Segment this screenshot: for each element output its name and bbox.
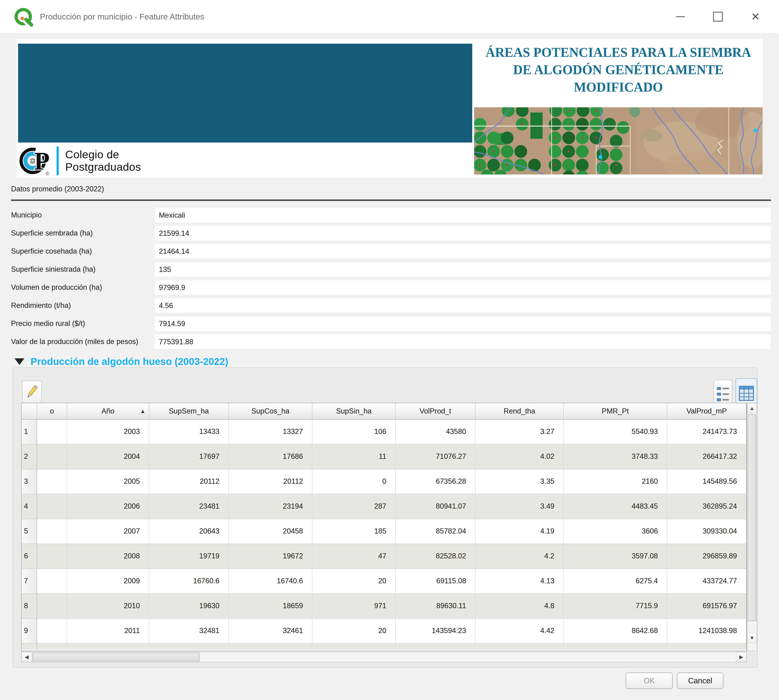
- table-cell[interactable]: 362895.24: [667, 494, 746, 519]
- table-cell[interactable]: 433724.77: [667, 569, 746, 594]
- row-number[interactable]: 3: [22, 469, 37, 494]
- table-cell[interactable]: 7715.9: [564, 594, 667, 619]
- scroll-down-icon[interactable]: ▼: [747, 633, 757, 643]
- collapsible-group-label[interactable]: Producción de algodón hueso (2003-2022): [30, 356, 228, 367]
- table-cell[interactable]: 20112: [149, 469, 229, 494]
- maximize-button[interactable]: [702, 0, 734, 33]
- field-value-input[interactable]: Mexicali: [155, 208, 771, 223]
- column-header-o[interactable]: o: [37, 403, 67, 420]
- table-cell[interactable]: 32481: [149, 619, 229, 643]
- row-number[interactable]: 4: [22, 494, 37, 519]
- table-cell[interactable]: [37, 569, 67, 594]
- table-row[interactable]: 320052011220112067356.283.352160145489.5…: [22, 469, 746, 494]
- table-cell[interactable]: 2004: [67, 445, 149, 469]
- field-value-input[interactable]: 21599.14: [155, 226, 771, 241]
- field-value-input[interactable]: 21464.14: [155, 244, 771, 259]
- table-cell[interactable]: 20: [312, 619, 396, 643]
- table-cell[interactable]: 19719: [149, 544, 229, 569]
- table-cell[interactable]: 4483.45: [564, 494, 667, 519]
- table-cell[interactable]: 19672: [229, 544, 312, 569]
- table-cell[interactable]: 13433: [149, 420, 229, 445]
- table-cell[interactable]: 4.19: [476, 519, 564, 544]
- column-header-supsem_ha[interactable]: SupSem_ha: [149, 403, 229, 420]
- table-cell[interactable]: 143594.23: [396, 619, 476, 643]
- table-cell[interactable]: 71076.27: [396, 445, 476, 469]
- table-row[interactable]: 6200819719196724782528.024.23597.0829685…: [22, 544, 746, 569]
- scroll-right-icon[interactable]: ▶: [736, 652, 746, 662]
- table-cell[interactable]: 2010: [67, 594, 149, 619]
- table-cell[interactable]: 3.35: [476, 469, 564, 494]
- table-row[interactable]: 42006234812319428780941.073.494483.45362…: [22, 494, 746, 519]
- column-header-valprod_mp[interactable]: ValProd_mP: [667, 403, 746, 420]
- table-cell[interactable]: 0: [312, 469, 396, 494]
- horizontal-scrollbar[interactable]: ◀ ▶: [21, 652, 747, 662]
- table-cell[interactable]: 17697: [149, 445, 229, 469]
- table-row[interactable]: 92011324813246120143594.234.428642.68124…: [22, 619, 746, 643]
- table-cell[interactable]: 3606: [564, 519, 667, 544]
- table-row[interactable]: 120031343313327106435803.275540.93241473…: [22, 420, 746, 445]
- minimize-button[interactable]: [664, 0, 697, 33]
- ok-button[interactable]: OK: [626, 673, 672, 689]
- table-cell[interactable]: 13327: [229, 420, 312, 445]
- toggle-editing-button[interactable]: [22, 381, 42, 403]
- table-row[interactable]: 2200417697176861171076.274.023748.332664…: [22, 445, 746, 469]
- table-cell[interactable]: 19630: [149, 594, 229, 619]
- table-cell[interactable]: 1241038.98: [667, 619, 746, 643]
- table-cell[interactable]: 16740.6: [229, 569, 312, 594]
- table-cell[interactable]: 4.42: [476, 619, 564, 643]
- table-cell[interactable]: [37, 445, 67, 469]
- table-cell[interactable]: 3748.33: [564, 445, 667, 469]
- table-cell[interactable]: 2007: [67, 519, 149, 544]
- table-cell[interactable]: 4.2: [476, 544, 564, 569]
- table-cell[interactable]: 67356.28: [396, 469, 476, 494]
- table-row[interactable]: 52007206432045818585782.044.193606309330…: [22, 519, 746, 544]
- row-number[interactable]: 1: [22, 420, 37, 445]
- table-cell[interactable]: 971: [312, 594, 396, 619]
- table-cell[interactable]: 69115.08: [396, 569, 476, 594]
- column-header-supsin_ha[interactable]: SupSin_ha: [312, 403, 396, 420]
- table-cell[interactable]: 145489.56: [667, 469, 746, 494]
- table-cell[interactable]: 23194: [229, 494, 312, 519]
- column-header-año[interactable]: Año▲: [67, 403, 149, 420]
- column-header-pmr_pt[interactable]: PMR_Pt: [564, 403, 667, 420]
- table-row[interactable]: 7200916760.616740.62069115.084.136275.44…: [22, 569, 746, 594]
- table-cell[interactable]: [37, 494, 67, 519]
- column-header-blank[interactable]: [22, 403, 37, 420]
- vertical-scrollbar[interactable]: ▲ ▼: [747, 403, 757, 651]
- scroll-up-icon[interactable]: ▲: [747, 403, 757, 413]
- row-number[interactable]: 9: [22, 619, 37, 643]
- table-cell[interactable]: 241473.73: [667, 420, 746, 445]
- table-cell[interactable]: 185: [312, 519, 396, 544]
- table-cell[interactable]: 82528.02: [396, 544, 476, 569]
- table-cell[interactable]: 18659: [229, 594, 312, 619]
- horizontal-scroll-thumb[interactable]: [32, 653, 200, 662]
- row-number[interactable]: 2: [22, 445, 37, 469]
- column-header-supcos_ha[interactable]: SupCos_ha: [229, 403, 312, 420]
- table-cell[interactable]: 3.27: [476, 420, 564, 445]
- table-cell[interactable]: 8642.68: [564, 619, 667, 643]
- table-cell[interactable]: 266417.32: [667, 445, 746, 469]
- table-cell[interactable]: 309330.04: [667, 519, 746, 544]
- table-cell[interactable]: 2005: [67, 469, 149, 494]
- table-cell[interactable]: 2009: [67, 569, 149, 594]
- row-number[interactable]: 5: [22, 519, 37, 544]
- collapsible-group-header[interactable]: Producción de algodón hueso (2003-2022): [0, 355, 228, 368]
- table-cell[interactable]: 287: [312, 494, 396, 519]
- table-row[interactable]: 82010196301865997189630.114.87715.969157…: [22, 594, 746, 619]
- row-number[interactable]: 6: [22, 544, 37, 569]
- field-value-input[interactable]: 4.56: [155, 298, 771, 313]
- table-cell[interactable]: 47: [312, 544, 396, 569]
- table-cell[interactable]: 5540.93: [564, 420, 667, 445]
- close-button[interactable]: ✕: [739, 0, 772, 33]
- table-cell[interactable]: 2003: [67, 420, 149, 445]
- column-header-rend_tha[interactable]: Rend_tha: [476, 403, 564, 420]
- field-value-input[interactable]: 135: [155, 262, 771, 277]
- table-cell[interactable]: 2160: [564, 469, 667, 494]
- column-header-volprod_t[interactable]: VolProd_t: [396, 403, 476, 420]
- table-cell[interactable]: 4.02: [476, 445, 564, 469]
- table-cell[interactable]: [37, 469, 67, 494]
- table-cell[interactable]: 16760.6: [149, 569, 229, 594]
- table-cell[interactable]: 6275.4: [564, 569, 667, 594]
- table-cell[interactable]: [37, 420, 67, 445]
- table-cell[interactable]: 20: [312, 569, 396, 594]
